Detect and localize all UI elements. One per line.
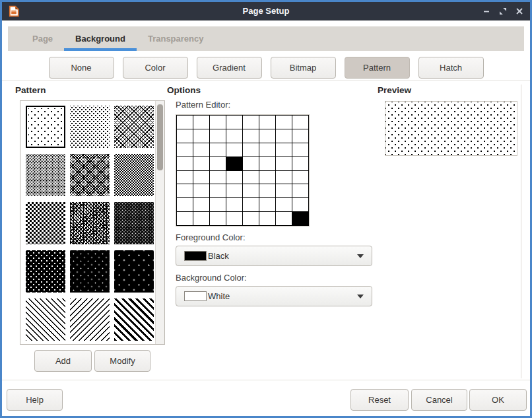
editor-cell-1-0[interactable] [177,129,193,143]
pattern-swatch-inverse-dots-xsparse[interactable] [114,250,154,293]
editor-cell-5-2[interactable] [210,184,226,197]
editor-cell-7-7[interactable] [292,212,308,225]
editor-cell-0-1[interactable] [193,116,209,129]
fill-type-none-button[interactable]: None [49,57,114,79]
editor-cell-3-1[interactable] [193,157,209,170]
fill-type-gradient-button[interactable]: Gradient [197,57,262,79]
editor-cell-5-3[interactable] [226,184,242,197]
editor-cell-6-7[interactable] [292,198,308,211]
editor-cell-2-3[interactable] [226,143,242,157]
editor-cell-1-5[interactable] [259,129,275,143]
tab-page[interactable]: Page [21,26,64,51]
pattern-swatch-diagonal-down-thin[interactable] [26,298,65,341]
editor-cell-3-3[interactable] [226,157,242,170]
add-button[interactable]: Add [34,350,92,372]
editor-cell-2-1[interactable] [193,143,209,157]
editor-cell-3-2[interactable] [210,157,226,170]
fill-type-bitmap-button[interactable]: Bitmap [271,57,336,79]
editor-cell-0-3[interactable] [226,116,242,129]
editor-cell-3-6[interactable] [276,157,292,170]
editor-cell-3-7[interactable] [292,157,308,170]
editor-cell-7-6[interactable] [276,212,292,225]
help-button[interactable]: Help [7,389,63,411]
editor-cell-4-2[interactable] [210,171,226,184]
foreground-color-dropdown[interactable]: Black [176,246,372,266]
editor-cell-5-6[interactable] [276,184,292,197]
editor-cell-5-1[interactable] [193,184,209,197]
pattern-swatch-inverse-dots-sparse[interactable] [70,250,110,293]
editor-cell-7-0[interactable] [177,212,193,225]
pattern-swatch-inverse-dots-dense[interactable] [114,202,154,244]
editor-cell-6-3[interactable] [226,198,242,211]
editor-cell-6-2[interactable] [210,198,226,211]
fill-type-pattern-button[interactable]: Pattern [345,57,410,79]
fill-type-color-button[interactable]: Color [123,57,188,79]
editor-cell-6-5[interactable] [259,198,275,211]
editor-cell-4-4[interactable] [243,171,259,184]
editor-cell-4-6[interactable] [276,171,292,184]
editor-cell-2-7[interactable] [292,143,308,157]
editor-cell-0-7[interactable] [292,116,308,129]
editor-cell-7-3[interactable] [226,212,242,225]
background-color-dropdown[interactable]: White [176,286,372,306]
editor-cell-2-4[interactable] [243,143,259,157]
pattern-swatch-noise-dense[interactable] [70,202,110,244]
fill-type-hatch-button[interactable]: Hatch [418,57,484,79]
editor-cell-5-0[interactable] [177,184,193,197]
editor-cell-0-5[interactable] [259,116,275,129]
editor-cell-0-2[interactable] [210,116,226,129]
editor-cell-0-6[interactable] [276,116,292,129]
ok-button[interactable]: OK [469,389,527,411]
editor-cell-7-2[interactable] [210,212,226,225]
editor-cell-2-2[interactable] [210,143,226,157]
restore-button[interactable] [498,7,507,16]
editor-cell-3-4[interactable] [243,157,259,170]
editor-cell-1-7[interactable] [292,129,308,143]
editor-cell-4-5[interactable] [259,171,275,184]
pattern-swatch-weave-light[interactable] [114,106,154,148]
close-button[interactable] [515,7,523,16]
scrollbar-thumb[interactable] [157,104,163,170]
reset-button[interactable]: Reset [350,389,409,411]
modify-button[interactable]: Modify [94,350,150,372]
editor-cell-7-5[interactable] [259,212,275,225]
editor-cell-6-1[interactable] [193,198,209,211]
editor-cell-2-0[interactable] [177,143,193,157]
editor-cell-4-3[interactable] [226,171,242,184]
editor-cell-4-0[interactable] [177,171,193,184]
editor-cell-1-4[interactable] [243,129,259,143]
pattern-swatch-dots-medium[interactable] [70,106,110,148]
pattern-swatch-dots-sparse[interactable] [26,106,65,148]
pattern-swatch-diagonal-down-thick[interactable] [114,298,154,341]
pattern-swatch-inverse-dots-medium[interactable] [26,250,65,293]
minimize-button[interactable] [482,7,490,16]
editor-cell-1-6[interactable] [276,129,292,143]
editor-cell-6-6[interactable] [276,198,292,211]
editor-cell-7-4[interactable] [243,212,259,225]
pattern-swatch-checker-fine[interactable] [114,154,154,196]
titlebar[interactable]: Page Setup [2,2,530,20]
editor-cell-2-5[interactable] [259,143,275,157]
editor-cell-7-1[interactable] [193,212,209,225]
editor-cell-4-7[interactable] [292,171,308,184]
tab-transparency[interactable]: Transparency [137,26,215,51]
pattern-swatch-crosshatch-dense[interactable] [70,154,110,196]
editor-cell-3-5[interactable] [259,157,275,170]
pattern-swatch-dots-dense[interactable] [26,154,65,196]
editor-cell-0-4[interactable] [243,116,259,129]
pattern-list-scrollbar[interactable] [155,101,164,344]
editor-cell-6-4[interactable] [243,198,259,211]
editor-cell-1-1[interactable] [193,129,209,143]
tab-background[interactable]: Background [64,26,137,51]
pattern-swatch-diagonal-up-thin[interactable] [70,298,110,341]
editor-cell-4-1[interactable] [193,171,209,184]
editor-cell-5-5[interactable] [259,184,275,197]
editor-cell-1-2[interactable] [210,129,226,143]
editor-cell-5-7[interactable] [292,184,308,197]
editor-cell-5-4[interactable] [243,184,259,197]
cancel-button[interactable]: Cancel [411,389,467,411]
editor-cell-2-6[interactable] [276,143,292,157]
editor-cell-1-3[interactable] [226,129,242,143]
editor-cell-0-0[interactable] [177,116,193,129]
editor-cell-6-0[interactable] [177,198,193,211]
